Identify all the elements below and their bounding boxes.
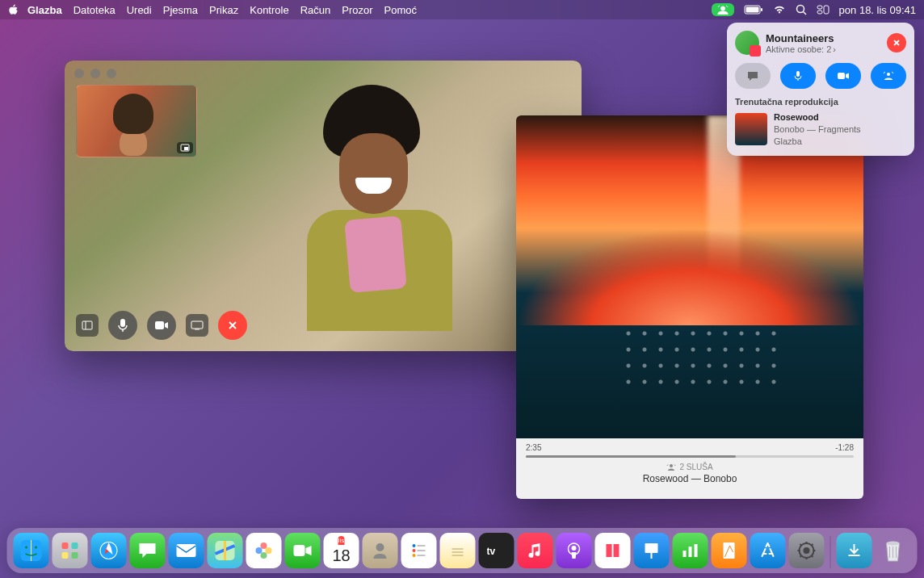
svg-rect-11	[82, 321, 92, 329]
now-playing-app: Glazba	[774, 136, 861, 148]
contacts-dock-icon[interactable]	[363, 533, 398, 568]
close-window-button[interactable]	[74, 69, 84, 78]
menu-app-name[interactable]: Glazba	[27, 4, 62, 16]
group-name: Mountaineers	[766, 32, 880, 44]
appstore-dock-icon[interactable]	[750, 533, 786, 568]
facetime-window	[65, 61, 582, 351]
safari-dock-icon[interactable]	[91, 533, 127, 568]
settings-dock-icon[interactable]	[789, 533, 825, 568]
svg-rect-33	[177, 544, 196, 557]
svg-rect-29	[62, 552, 69, 559]
close-shareplay-button[interactable]	[887, 33, 906, 52]
svg-point-26	[35, 547, 37, 549]
finder-dock-icon[interactable]	[14, 533, 49, 568]
wifi-icon[interactable]	[773, 5, 786, 15]
svg-rect-27	[62, 542, 69, 549]
menu-datoteka[interactable]: Datoteka	[74, 4, 116, 16]
svg-point-40	[376, 543, 384, 551]
menu-pomoc[interactable]: Pomoć	[384, 4, 417, 16]
news-dock-icon[interactable]	[595, 533, 631, 568]
messages-action-button[interactable]	[735, 63, 771, 89]
menu-bar: Glazba Datoteka Uredi Pjesma Prikaz Kont…	[0, 0, 924, 19]
shareplay-action-button[interactable]	[871, 63, 906, 89]
svg-rect-22	[838, 73, 845, 79]
podcasts-dock-icon[interactable]	[556, 533, 592, 568]
svg-line-5	[803, 12, 806, 15]
menu-prikaz[interactable]: Prikaz	[209, 4, 238, 16]
svg-rect-21	[796, 71, 800, 77]
shareplay-popover: Mountaineers Aktivne osobe: 2 › Trenutač…	[727, 23, 914, 156]
time-elapsed: 2:35	[526, 443, 541, 452]
mail-dock-icon[interactable]	[169, 533, 204, 568]
playback-progress-slider[interactable]	[526, 455, 854, 458]
menu-prozor[interactable]: Prozor	[342, 4, 372, 16]
now-playing-art	[735, 113, 767, 145]
svg-rect-10	[184, 147, 188, 150]
battery-icon[interactable]	[744, 5, 763, 15]
end-call-button[interactable]	[218, 311, 247, 340]
svg-rect-3	[761, 8, 762, 11]
svg-point-45	[413, 554, 416, 557]
dock: lis 18 tv	[7, 528, 918, 573]
svg-point-25	[25, 547, 27, 549]
calendar-month-label: lis	[338, 536, 345, 545]
listening-count-label: 2 SLUŠA	[679, 463, 712, 471]
share-screen-button[interactable]	[186, 314, 208, 337]
menu-uredi[interactable]: Uredi	[127, 4, 152, 16]
svg-rect-30	[72, 552, 78, 559]
track-title-artist: Rosewood — Bonobo	[526, 473, 854, 484]
facetime-self-preview[interactable]	[76, 85, 197, 157]
camera-button[interactable]	[147, 311, 176, 340]
video-action-button[interactable]	[825, 63, 861, 89]
pages-dock-icon[interactable]	[712, 533, 747, 568]
photos-dock-icon[interactable]	[246, 533, 282, 568]
menu-racun[interactable]: Račun	[300, 4, 331, 16]
remote-participant	[291, 85, 468, 327]
music-dock-icon[interactable]	[518, 533, 553, 568]
svg-point-51	[572, 546, 577, 551]
pip-expand-icon[interactable]	[177, 142, 193, 153]
menubar-datetime[interactable]: pon 18. lis 09:41	[839, 4, 916, 16]
now-playing-item[interactable]: Rosewood Bonobo — Fragments Glazba	[735, 111, 906, 148]
downloads-dock-icon[interactable]	[837, 533, 872, 568]
calendar-day-label: 18	[332, 545, 350, 566]
window-traffic-lights[interactable]	[74, 69, 116, 78]
messages-dock-icon[interactable]	[130, 533, 166, 568]
launchpad-dock-icon[interactable]	[52, 533, 88, 568]
menu-kontrole[interactable]: Kontrole	[250, 4, 288, 16]
maps-dock-icon[interactable]	[208, 533, 243, 568]
menu-pjesma[interactable]: Pjesma	[163, 4, 198, 16]
keynote-dock-icon[interactable]	[634, 533, 670, 568]
active-people-row[interactable]: Aktivne osobe: 2 ›	[766, 44, 880, 54]
tv-dock-icon[interactable]: tv	[479, 533, 514, 568]
svg-point-4	[796, 6, 804, 13]
svg-rect-6	[817, 6, 822, 9]
numbers-dock-icon[interactable]	[673, 533, 708, 568]
svg-point-36	[266, 547, 272, 554]
control-center-icon[interactable]	[817, 5, 830, 15]
group-avatar	[735, 31, 759, 55]
svg-text:tv: tv	[487, 546, 496, 557]
facetime-dock-icon[interactable]	[285, 533, 321, 568]
spotlight-icon[interactable]	[796, 4, 807, 15]
minimize-window-button[interactable]	[90, 69, 100, 78]
notes-dock-icon[interactable]	[440, 533, 476, 568]
calendar-dock-icon[interactable]: lis 18	[324, 533, 359, 568]
mic-action-button[interactable]	[780, 63, 816, 89]
svg-rect-39	[294, 545, 305, 556]
svg-point-37	[261, 552, 267, 559]
player-info-bar: 2:35 -1:28 2 SLUŠA Rosewood — Bonobo	[516, 438, 863, 489]
svg-point-41	[413, 544, 416, 547]
now-playing-label: Trenutačna reprodukcija	[735, 97, 906, 107]
apple-menu-icon[interactable]	[8, 4, 19, 15]
svg-point-38	[256, 547, 262, 554]
zoom-window-button[interactable]	[107, 69, 116, 78]
reminders-dock-icon[interactable]	[401, 533, 437, 568]
svg-rect-8	[817, 10, 822, 14]
shareplay-status-icon[interactable]	[712, 3, 734, 16]
sidebar-toggle-button[interactable]	[76, 314, 99, 337]
now-playing-title: Rosewood	[774, 111, 861, 124]
trash-dock-icon[interactable]	[876, 533, 911, 568]
album-artwork[interactable]	[516, 115, 863, 438]
mute-button[interactable]	[108, 311, 137, 340]
